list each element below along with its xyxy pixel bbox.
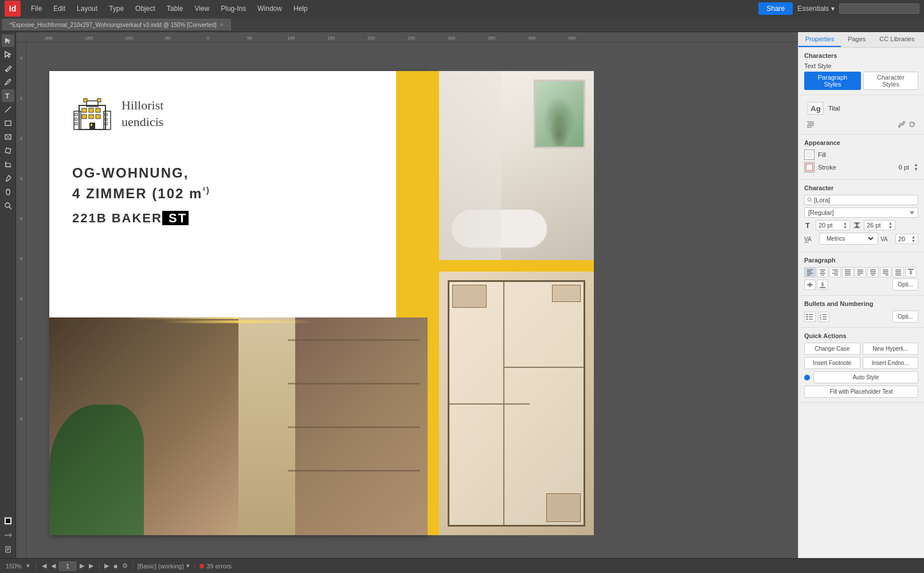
- menu-window[interactable]: Window: [252, 2, 288, 15]
- justify-btn[interactable]: [842, 267, 853, 277]
- tab-close[interactable]: ×: [220, 22, 224, 28]
- canvas-scroll[interactable]: Hillorist uendicis OG-WOHNUNG, 4 ZIMMER …: [26, 42, 798, 558]
- pencil-tool[interactable]: [2, 76, 14, 88]
- font-search-icon: [807, 197, 813, 203]
- essentials-button[interactable]: Essentials ▾: [793, 2, 839, 15]
- vert-top-btn[interactable]: [905, 267, 917, 277]
- new-hyperlink-btn[interactable]: New Hyperli...: [863, 343, 919, 355]
- search-input[interactable]: [839, 3, 919, 14]
- svg-point-70: [808, 198, 811, 201]
- stroke-icon[interactable]: [804, 162, 815, 172]
- zoom-tool[interactable]: [2, 199, 14, 212]
- eyedropper-tool[interactable]: [2, 172, 14, 185]
- stop-btn[interactable]: ■: [113, 563, 118, 570]
- page-back-btn[interactable]: ◀: [50, 562, 57, 570]
- justify-last-left-btn[interactable]: [855, 267, 866, 277]
- pen-tool[interactable]: [2, 62, 14, 74]
- vert-bot-btn[interactable]: [817, 280, 828, 290]
- paragraph-options-btn[interactable]: Opti...: [892, 278, 918, 291]
- tab-pages[interactable]: Pages: [841, 32, 872, 47]
- numbered-list-btn[interactable]: 1.2.3.: [818, 312, 829, 322]
- direct-select-tool[interactable]: [2, 48, 14, 61]
- svg-text:100: 100: [287, 36, 295, 41]
- stroke-label: Stroke: [818, 164, 836, 171]
- select-tool[interactable]: [2, 34, 14, 47]
- share-button[interactable]: Share: [758, 2, 793, 15]
- tab-cc-libraries[interactable]: CC Libraries: [872, 32, 921, 47]
- change-case-btn[interactable]: Change Case: [804, 343, 860, 355]
- errors-display[interactable]: 39 errors: [199, 563, 232, 570]
- auto-style-btn[interactable]: Auto Style: [813, 371, 918, 383]
- svg-point-124: [806, 318, 808, 319]
- font-style-display: [Regular]: [808, 209, 909, 216]
- page-next-btn[interactable]: ▶: [79, 562, 85, 570]
- tab-properties[interactable]: Properties: [798, 32, 841, 47]
- menu-object[interactable]: Object: [130, 2, 161, 15]
- align-left-btn[interactable]: [804, 267, 816, 277]
- style-display[interactable]: [Basic] (working) ▾: [138, 562, 190, 570]
- characters-section: Characters Text Style Paragraph Styles C…: [798, 48, 924, 95]
- justify-all-btn[interactable]: [892, 267, 904, 277]
- app-logo: Id: [5, 1, 21, 17]
- page-tool[interactable]: [2, 543, 14, 556]
- play-btn[interactable]: ▶: [104, 562, 109, 570]
- frame-tool[interactable]: [2, 131, 14, 143]
- fill-placeholder-btn[interactable]: Fill with Placeholder Text: [804, 386, 918, 398]
- crop-tool[interactable]: [2, 158, 14, 171]
- svg-text:4: 4: [20, 216, 23, 221]
- bullets-options-btn[interactable]: Opti...: [892, 311, 918, 323]
- menu-table[interactable]: Table: [161, 2, 189, 15]
- font-size-value: 20 pt: [819, 222, 843, 229]
- hand-tool[interactable]: [2, 186, 14, 198]
- fill-color[interactable]: [2, 515, 14, 527]
- zoom-value[interactable]: 150%: [5, 563, 23, 570]
- bullets-list-btn[interactable]: [804, 312, 816, 322]
- style-buttons: Paragraph Styles Character Styles: [804, 72, 918, 90]
- menu-layout[interactable]: Layout: [71, 2, 103, 15]
- zoom-dropdown[interactable]: ▾: [25, 562, 31, 570]
- justify-last-center-btn[interactable]: [867, 267, 879, 277]
- page-number-input[interactable]: [59, 562, 76, 571]
- align-center-btn[interactable]: [817, 267, 828, 277]
- svg-text:200: 200: [367, 36, 375, 41]
- type-tool[interactable]: T: [2, 89, 14, 102]
- menu-view[interactable]: View: [189, 2, 215, 15]
- file-tab[interactable]: *Exposee_Hochformat_210x297_Wohnungsverk…: [2, 19, 231, 30]
- paragraph-styles-btn[interactable]: Paragraph Styles: [804, 72, 861, 90]
- svg-text:1: 1: [20, 96, 23, 101]
- swap-colors[interactable]: [2, 529, 14, 542]
- svg-line-71: [811, 201, 813, 203]
- align-right-btn[interactable]: [829, 267, 841, 277]
- menu-plugins[interactable]: Plug-Ins: [215, 2, 252, 15]
- page-prev-btn[interactable]: ◀: [41, 562, 48, 570]
- page-fwd-btn[interactable]: ▶: [88, 562, 95, 570]
- line-tool[interactable]: [2, 103, 14, 116]
- paragraph-style-item[interactable]: Ag Tital: [804, 100, 918, 117]
- rect-tool[interactable]: [2, 117, 14, 129]
- tracking-spinner[interactable]: ▲ ▼: [911, 235, 915, 243]
- justify-last-right-btn[interactable]: [880, 267, 891, 277]
- leading-spinner[interactable]: ▲ ▼: [888, 221, 892, 229]
- preview-btn[interactable]: ⚙: [122, 562, 128, 570]
- menu-file[interactable]: File: [25, 2, 48, 15]
- menu-help[interactable]: Help: [288, 2, 314, 15]
- metrics-select[interactable]: Metrics: [822, 234, 875, 244]
- svg-text:300: 300: [448, 36, 456, 41]
- bullets-title: Bullets and Numbering: [804, 300, 918, 307]
- character-styles-btn[interactable]: Character Styles: [863, 72, 918, 90]
- vert-mid-btn[interactable]: [804, 280, 816, 290]
- menu-type[interactable]: Type: [103, 2, 130, 15]
- font-size-spinner[interactable]: ▲ ▼: [843, 221, 847, 229]
- insert-endnote-btn[interactable]: Insert Endno...: [863, 357, 919, 369]
- insert-footnote-btn[interactable]: Insert Footnote: [804, 357, 860, 369]
- fill-icon[interactable]: [804, 150, 815, 160]
- transform-tool[interactable]: [2, 144, 14, 157]
- svg-line-10: [9, 207, 11, 209]
- tab-bar: *Exposee_Hochformat_210x297_Wohnungsverk…: [0, 17, 924, 32]
- fill-label: Fill: [818, 151, 826, 158]
- stroke-spinner[interactable]: ▲ ▼: [914, 163, 918, 172]
- ag-box: Ag: [808, 102, 824, 115]
- svg-rect-12: [6, 519, 10, 523]
- menu-edit[interactable]: Edit: [48, 2, 71, 15]
- svg-text:8: 8: [20, 376, 23, 382]
